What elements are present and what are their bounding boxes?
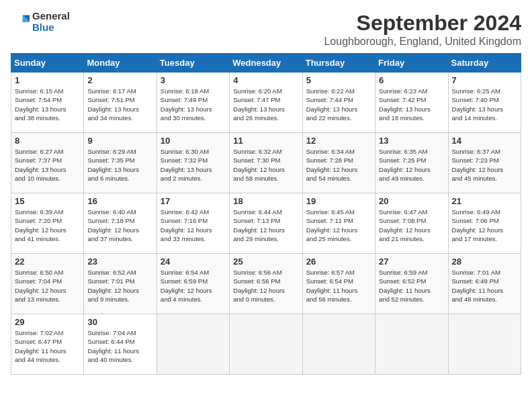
calendar-day: 5Sunrise: 6:22 AM Sunset: 7:44 PM Daylig… (302, 73, 375, 133)
day-number: 11 (233, 136, 298, 146)
day-info: Sunrise: 6:23 AM Sunset: 7:42 PM Dayligh… (379, 87, 444, 122)
calendar-day: 23Sunrise: 6:52 AM Sunset: 7:01 PM Dayli… (84, 254, 157, 314)
day-info: Sunrise: 6:30 AM Sunset: 7:32 PM Dayligh… (161, 147, 226, 183)
day-number: 15 (15, 196, 80, 206)
calendar-day: 24Sunrise: 6:54 AM Sunset: 6:59 PM Dayli… (157, 254, 229, 314)
day-info: Sunrise: 6:52 AM Sunset: 7:01 PM Dayligh… (87, 268, 152, 304)
col-sunday: Sunday (11, 54, 84, 73)
logo: General Blue (11, 11, 70, 33)
calendar-day (448, 314, 521, 375)
day-number: 20 (379, 196, 444, 206)
calendar-table: Sunday Monday Tuesday Wednesday Thursday… (11, 53, 521, 375)
day-info: Sunrise: 6:44 AM Sunset: 7:13 PM Dayligh… (233, 208, 298, 243)
day-number: 8 (15, 136, 80, 146)
calendar-day: 29Sunrise: 7:02 AM Sunset: 6:47 PM Dayli… (11, 314, 84, 375)
calendar-day: 27Sunrise: 6:59 AM Sunset: 6:52 PM Dayli… (375, 254, 448, 314)
day-number: 6 (379, 75, 444, 85)
day-info: Sunrise: 6:45 AM Sunset: 7:11 PM Dayligh… (306, 208, 371, 243)
calendar-day: 16Sunrise: 6:40 AM Sunset: 7:18 PM Dayli… (84, 193, 157, 254)
calendar-day: 12Sunrise: 6:34 AM Sunset: 7:28 PM Dayli… (302, 133, 375, 193)
calendar-day: 25Sunrise: 6:56 AM Sunset: 6:56 PM Dayli… (230, 254, 302, 314)
day-info: Sunrise: 6:37 AM Sunset: 7:23 PM Dayligh… (452, 147, 517, 183)
calendar-day: 11Sunrise: 6:32 AM Sunset: 7:30 PM Dayli… (230, 133, 302, 193)
col-monday: Monday (84, 54, 157, 73)
day-info: Sunrise: 6:59 AM Sunset: 6:52 PM Dayligh… (379, 268, 444, 304)
day-number: 28 (452, 257, 517, 267)
calendar-week-4: 22Sunrise: 6:50 AM Sunset: 7:04 PM Dayli… (11, 254, 521, 314)
calendar-day: 10Sunrise: 6:30 AM Sunset: 7:32 PM Dayli… (157, 133, 229, 193)
calendar-day: 3Sunrise: 6:18 AM Sunset: 7:49 PM Daylig… (157, 73, 229, 133)
calendar-day (230, 314, 302, 375)
calendar-day (375, 314, 448, 375)
day-number: 19 (306, 196, 371, 206)
day-info: Sunrise: 6:34 AM Sunset: 7:28 PM Dayligh… (306, 147, 371, 183)
calendar-week-1: 1Sunrise: 6:15 AM Sunset: 7:54 PM Daylig… (11, 73, 521, 133)
header: General Blue September 2024 Loughborough… (11, 11, 521, 48)
day-number: 22 (15, 257, 80, 267)
day-number: 14 (452, 136, 517, 146)
day-info: Sunrise: 6:40 AM Sunset: 7:18 PM Dayligh… (87, 208, 152, 243)
day-info: Sunrise: 6:25 AM Sunset: 7:40 PM Dayligh… (452, 87, 517, 122)
day-info: Sunrise: 6:49 AM Sunset: 7:06 PM Dayligh… (452, 208, 517, 243)
day-number: 12 (306, 136, 371, 146)
calendar-day: 1Sunrise: 6:15 AM Sunset: 7:54 PM Daylig… (11, 73, 84, 133)
col-friday: Friday (375, 54, 448, 73)
calendar-title: September 2024 (324, 11, 521, 36)
calendar-day: 8Sunrise: 6:27 AM Sunset: 7:37 PM Daylig… (11, 133, 84, 193)
logo-blue: Blue (32, 22, 70, 34)
day-number: 24 (161, 257, 226, 267)
col-thursday: Thursday (302, 54, 375, 73)
day-info: Sunrise: 6:20 AM Sunset: 7:47 PM Dayligh… (233, 87, 298, 122)
logo-general: General (32, 11, 70, 22)
calendar-day: 20Sunrise: 6:47 AM Sunset: 7:08 PM Dayli… (375, 193, 448, 254)
calendar-day: 4Sunrise: 6:20 AM Sunset: 7:47 PM Daylig… (230, 73, 302, 133)
day-info: Sunrise: 6:18 AM Sunset: 7:49 PM Dayligh… (161, 87, 226, 122)
calendar-day: 18Sunrise: 6:44 AM Sunset: 7:13 PM Dayli… (230, 193, 302, 254)
day-number: 2 (87, 75, 152, 85)
calendar-subtitle: Loughborough, England, United Kingdom (324, 36, 521, 48)
day-number: 1 (15, 75, 80, 85)
day-number: 23 (87, 257, 152, 267)
day-info: Sunrise: 6:54 AM Sunset: 6:59 PM Dayligh… (161, 268, 226, 304)
calendar-day: 14Sunrise: 6:37 AM Sunset: 7:23 PM Dayli… (448, 133, 521, 193)
day-number: 25 (233, 257, 298, 267)
day-number: 18 (233, 196, 298, 206)
day-info: Sunrise: 6:39 AM Sunset: 7:20 PM Dayligh… (15, 208, 80, 243)
day-number: 9 (87, 136, 152, 146)
day-number: 10 (161, 136, 226, 146)
calendar-day: 15Sunrise: 6:39 AM Sunset: 7:20 PM Dayli… (11, 193, 84, 254)
day-number: 21 (452, 196, 517, 206)
day-number: 13 (379, 136, 444, 146)
day-info: Sunrise: 6:57 AM Sunset: 6:54 PM Dayligh… (306, 268, 371, 304)
day-info: Sunrise: 7:04 AM Sunset: 6:44 PM Dayligh… (87, 328, 152, 364)
day-number: 29 (15, 317, 80, 327)
day-info: Sunrise: 6:35 AM Sunset: 7:25 PM Dayligh… (379, 147, 444, 183)
day-number: 16 (87, 196, 152, 206)
day-number: 3 (161, 75, 226, 85)
calendar-week-2: 8Sunrise: 6:27 AM Sunset: 7:37 PM Daylig… (11, 133, 521, 193)
calendar-day: 26Sunrise: 6:57 AM Sunset: 6:54 PM Dayli… (302, 254, 375, 314)
day-number: 17 (161, 196, 226, 206)
logo-icon (11, 13, 30, 32)
day-info: Sunrise: 6:17 AM Sunset: 7:51 PM Dayligh… (87, 87, 152, 122)
day-info: Sunrise: 6:22 AM Sunset: 7:44 PM Dayligh… (306, 87, 371, 122)
calendar-day: 6Sunrise: 6:23 AM Sunset: 7:42 PM Daylig… (375, 73, 448, 133)
header-row: Sunday Monday Tuesday Wednesday Thursday… (11, 54, 521, 73)
calendar-day (157, 314, 229, 375)
calendar-day: 30Sunrise: 7:04 AM Sunset: 6:44 PM Dayli… (84, 314, 157, 375)
day-number: 7 (452, 75, 517, 85)
calendar-day: 21Sunrise: 6:49 AM Sunset: 7:06 PM Dayli… (448, 193, 521, 254)
day-info: Sunrise: 6:50 AM Sunset: 7:04 PM Dayligh… (15, 268, 80, 304)
day-info: Sunrise: 7:02 AM Sunset: 6:47 PM Dayligh… (15, 328, 80, 364)
col-saturday: Saturday (448, 54, 521, 73)
calendar-day: 28Sunrise: 7:01 AM Sunset: 6:49 PM Dayli… (448, 254, 521, 314)
day-info: Sunrise: 6:27 AM Sunset: 7:37 PM Dayligh… (15, 147, 80, 183)
calendar-day: 22Sunrise: 6:50 AM Sunset: 7:04 PM Dayli… (11, 254, 84, 314)
day-number: 5 (306, 75, 371, 85)
day-number: 26 (306, 257, 371, 267)
day-info: Sunrise: 6:32 AM Sunset: 7:30 PM Dayligh… (233, 147, 298, 183)
day-info: Sunrise: 6:56 AM Sunset: 6:56 PM Dayligh… (233, 268, 298, 304)
calendar-week-3: 15Sunrise: 6:39 AM Sunset: 7:20 PM Dayli… (11, 193, 521, 254)
col-wednesday: Wednesday (230, 54, 302, 73)
day-info: Sunrise: 6:29 AM Sunset: 7:35 PM Dayligh… (87, 147, 152, 183)
